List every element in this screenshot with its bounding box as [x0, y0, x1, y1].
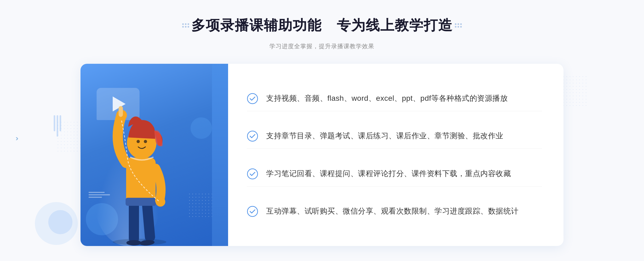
- illus-dots: [188, 192, 215, 219]
- check-icon-3: [247, 168, 258, 180]
- page-container: ›› 多项录播课辅助功能 专为线上教学打造 学习进度全掌握，提升录播课教学效果: [0, 0, 644, 261]
- svg-point-13: [144, 140, 147, 143]
- dot-grid-left: [182, 23, 189, 28]
- svg-point-9: [156, 197, 165, 207]
- svg-rect-8: [119, 106, 123, 117]
- title-part2: 专为线上教学打造: [337, 16, 453, 35]
- content-card: 支持视频、音频、flash、word、excel、ppt、pdf等各种格式的资源…: [80, 64, 564, 246]
- title-part1: 多项录播课辅助功能: [191, 16, 322, 35]
- svg-point-17: [247, 206, 258, 217]
- svg-point-14: [247, 94, 258, 104]
- stripe-1: [54, 115, 55, 131]
- svg-point-12: [137, 140, 140, 143]
- feature-item-1: 支持视频、音频、flash、word、excel、ppt、pdf等各种格式的资源…: [247, 86, 542, 111]
- svg-point-15: [247, 131, 258, 141]
- person-illustration: [102, 96, 177, 246]
- svg-rect-2: [142, 200, 155, 242]
- stripe-decoration: [54, 115, 61, 137]
- check-icon-1: [247, 93, 258, 104]
- stripe-2: [57, 115, 58, 137]
- illus-circle-2: [191, 117, 212, 139]
- feature-text-3: 学习笔记回看、课程提问、课程评论打分、课件资料下载，重点内容收藏: [266, 168, 511, 180]
- feature-item-3: 学习笔记回看、课程提问、课程评论打分、课件资料下载，重点内容收藏: [247, 161, 542, 187]
- svg-point-3: [126, 240, 141, 245]
- header-dots: 多项录播课辅助功能 专为线上教学打造: [182, 16, 462, 35]
- header-section: 多项录播课辅助功能 专为线上教学打造 学习进度全掌握，提升录播课教学效果: [182, 16, 462, 50]
- dot-grid-right: [455, 23, 462, 28]
- bg-circle-small: [48, 210, 72, 234]
- feature-text-2: 支持章节目录、弹题考试、课后练习、课后作业、章节测验、批改作业: [266, 130, 503, 142]
- svg-rect-1: [129, 200, 139, 243]
- accent-bar: [212, 64, 228, 246]
- svg-point-16: [247, 169, 258, 179]
- features-area: 支持视频、音频、flash、word、excel、ppt、pdf等各种格式的资源…: [220, 64, 564, 246]
- illustration-area: [80, 64, 220, 246]
- left-arrow-decoration: ››: [16, 134, 16, 143]
- feature-text-1: 支持视频、音频、flash、word、excel、ppt、pdf等各种格式的资源…: [266, 92, 508, 105]
- feature-text-4: 互动弹幕、试听购买、微信分享、观看次数限制、学习进度跟踪、数据统计: [266, 205, 519, 217]
- stripe-3: [60, 115, 61, 131]
- feature-item-4: 互动弹幕、试听购买、微信分享、观看次数限制、学习进度跟踪、数据统计: [247, 199, 542, 224]
- main-title: 多项录播课辅助功能 专为线上教学打造: [191, 16, 453, 35]
- svg-rect-6: [126, 198, 156, 206]
- subtitle: 学习进度全掌握，提升录播课教学效果: [182, 42, 462, 50]
- feature-item-2: 支持章节目录、弹题考试、课后练习、课后作业、章节测验、批改作业: [247, 124, 542, 149]
- check-icon-2: [247, 130, 258, 142]
- check-icon-4: [247, 206, 258, 217]
